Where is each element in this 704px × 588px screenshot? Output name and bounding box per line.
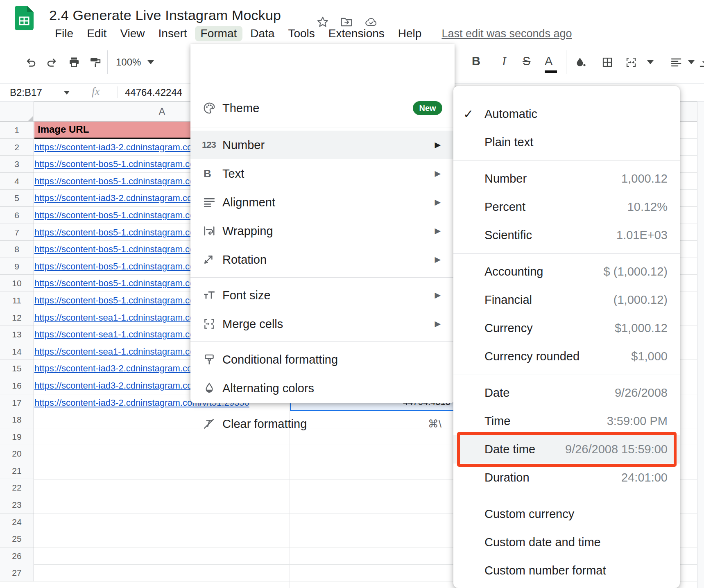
row-header[interactable]: 23: [0, 496, 34, 513]
row-header[interactable]: 26: [0, 547, 34, 565]
row-header[interactable]: 21: [0, 462, 34, 479]
menu-help[interactable]: Help: [392, 26, 428, 41]
submenu-item-currency[interactable]: Currency $1,000.12: [453, 314, 680, 342]
borders-icon[interactable]: [601, 56, 613, 68]
text-color-icon[interactable]: A: [545, 54, 552, 68]
undo-icon[interactable]: [25, 56, 37, 68]
row-header[interactable]: 24: [0, 513, 34, 531]
row-header[interactable]: 25: [0, 530, 34, 547]
format-example: $1,000: [631, 342, 668, 371]
text-color-swatch: [545, 70, 557, 73]
menu-file[interactable]: File: [49, 26, 79, 41]
format-example: 9/26/2008: [615, 379, 668, 407]
submenu-item-currency-rounded[interactable]: Currency rounded $1,000: [453, 342, 680, 371]
row-header[interactable]: 17: [0, 394, 34, 412]
menu-format[interactable]: Format: [195, 26, 243, 41]
row-header[interactable]: 1: [0, 122, 34, 139]
submenu-item-financial[interactable]: Financial (1,000.12): [453, 286, 680, 314]
menu-item-alternating-colors[interactable]: Alternating colors: [190, 374, 455, 403]
print-icon[interactable]: [68, 56, 80, 68]
formula-bar-value[interactable]: 44764.42244: [125, 87, 190, 98]
submenu-item-scientific[interactable]: Scientific 1.01E+03: [453, 221, 680, 249]
submenu-arrow-icon: ▶: [435, 188, 441, 217]
palette-icon: [203, 102, 217, 115]
submenu-item-date[interactable]: Date 9/26/2008: [453, 379, 680, 407]
row-header[interactable]: 12: [0, 309, 34, 326]
submenu-arrow-icon: ▶: [435, 159, 441, 188]
submenu-item-number[interactable]: Number 1,000.12: [453, 165, 680, 193]
row-header[interactable]: 15: [0, 360, 34, 377]
submenu-item-time[interactable]: Time 3:59:00 PM: [453, 407, 680, 435]
submenu-item-percent[interactable]: Percent 10.12%: [453, 193, 680, 221]
row-header[interactable]: 18: [0, 411, 34, 428]
name-box[interactable]: B2:B17: [10, 87, 42, 98]
row-header[interactable]: 2: [0, 139, 34, 156]
row-header[interactable]: 3: [0, 156, 34, 173]
row-header[interactable]: 7: [0, 224, 34, 241]
menu-bar: File Edit View Insert Format Data Tools …: [49, 25, 572, 43]
zoom-caret-icon[interactable]: [147, 60, 154, 64]
vertical-scrollbar[interactable]: [697, 102, 704, 588]
row-header[interactable]: 27: [0, 564, 34, 581]
menu-item-theme[interactable]: Theme New: [190, 93, 455, 124]
format-example: 3:59:00 PM: [607, 407, 668, 435]
submenu-item-accounting[interactable]: Accounting $ (1,000.12): [453, 258, 680, 286]
row-header[interactable]: 9: [0, 258, 34, 275]
menu-item-merge-cells[interactable]: Merge cells ▶: [190, 310, 455, 338]
text-rotation-icon: [203, 253, 217, 267]
paint-format-icon[interactable]: [89, 56, 102, 68]
menu-item-clear-formatting[interactable]: Clear formatting ⌘\: [190, 409, 455, 438]
format-example: (1,000.12): [613, 286, 668, 314]
menu-data[interactable]: Data: [244, 26, 280, 41]
menu-view[interactable]: View: [114, 26, 150, 41]
row-header[interactable]: 5: [0, 190, 34, 207]
horizontal-align-icon[interactable]: [670, 56, 682, 68]
italic-icon[interactable]: I: [502, 54, 506, 68]
bold-icon[interactable]: B: [472, 54, 480, 68]
row-header[interactable]: 8: [0, 241, 34, 258]
menu-edit[interactable]: Edit: [81, 26, 112, 41]
row-header[interactable]: 13: [0, 326, 34, 343]
fill-color-icon[interactable]: [574, 56, 586, 68]
sheets-logo[interactable]: [15, 6, 34, 30]
menu-item-number[interactable]: 123 Number ▶: [190, 131, 455, 159]
last-edit-status[interactable]: Last edit was seconds ago: [441, 27, 572, 40]
submenu-item-custom-number-format[interactable]: Custom number format: [453, 556, 680, 585]
submenu-item-duration[interactable]: Duration 24:01:00: [453, 464, 680, 492]
align-caret-icon[interactable]: [688, 60, 695, 64]
font-size-icon: [203, 289, 217, 303]
menu-tools[interactable]: Tools: [282, 26, 320, 41]
row-header[interactable]: 20: [0, 445, 34, 462]
submenu-item-automatic[interactable]: ✓ Automatic: [453, 100, 680, 128]
redo-icon[interactable]: [46, 56, 58, 68]
row-header[interactable]: 22: [0, 479, 34, 496]
merge-cells-icon: [203, 317, 217, 331]
row-header[interactable]: 19: [0, 428, 34, 446]
menu-item-conditional-formatting[interactable]: Conditional formatting: [190, 345, 455, 374]
submenu-arrow-icon: ▶: [435, 217, 441, 245]
menu-item-rotation[interactable]: Rotation ▶: [190, 245, 455, 274]
align-lines-icon: [203, 196, 217, 210]
row-header[interactable]: 14: [0, 343, 34, 360]
merge-cells-icon[interactable]: [625, 56, 637, 68]
menu-item-text[interactable]: B Text ▶: [190, 159, 455, 188]
row-header[interactable]: 11: [0, 292, 34, 309]
menu-item-wrapping[interactable]: Wrapping ▶: [190, 217, 455, 245]
row-header[interactable]: 4: [0, 173, 34, 190]
menu-item-alignment[interactable]: Alignment ▶: [190, 188, 455, 217]
menu-insert[interactable]: Insert: [153, 26, 193, 41]
vertical-align-icon[interactable]: [699, 56, 704, 68]
name-box-caret-icon[interactable]: [64, 91, 70, 95]
submenu-item-custom-currency[interactable]: Custom currency: [453, 500, 680, 528]
row-header[interactable]: 6: [0, 207, 34, 224]
strikethrough-icon[interactable]: S: [523, 54, 530, 68]
menu-extensions[interactable]: Extensions: [323, 26, 390, 41]
document-title[interactable]: 2.4 Generate Live Instagram Mockup: [49, 7, 281, 23]
submenu-item-custom-date-and-time[interactable]: Custom date and time: [453, 528, 680, 556]
row-header[interactable]: 10: [0, 275, 34, 292]
row-header[interactable]: 16: [0, 377, 34, 394]
merge-caret-icon[interactable]: [647, 60, 654, 64]
submenu-item-plain-text[interactable]: Plain text: [453, 128, 680, 156]
zoom-level[interactable]: 100%: [116, 57, 141, 68]
menu-item-font-size[interactable]: Font size ▶: [190, 281, 455, 310]
